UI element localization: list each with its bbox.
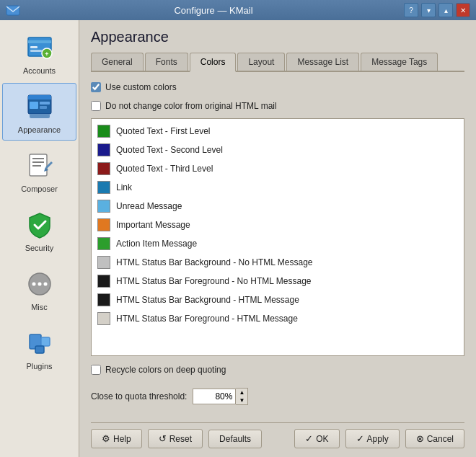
color-item-6[interactable]: Action Item Message bbox=[92, 234, 464, 253]
color-list: Quoted Text - First LevelQuoted Text - S… bbox=[91, 118, 464, 356]
color-item-label-10: HTML Status Bar Foreground - HTML Messag… bbox=[116, 314, 298, 324]
reset-label: Reset bbox=[169, 434, 192, 444]
sidebar-item-appearance[interactable]: Appearance bbox=[2, 83, 76, 141]
help-label: Help bbox=[113, 434, 131, 444]
recycle-colors-row: Recycle colors on deep quoting bbox=[91, 363, 464, 376]
color-item-2[interactable]: Quoted Text - Third Level bbox=[92, 159, 464, 178]
maximize-btn[interactable]: ▴ bbox=[438, 3, 453, 17]
color-item-label-6: Action Item Message bbox=[116, 239, 197, 249]
color-item-1[interactable]: Quoted Text - Second Level bbox=[92, 141, 464, 159]
no-change-color-label[interactable]: Do not change color from original HTML m… bbox=[105, 101, 277, 111]
color-swatch-0 bbox=[97, 125, 110, 138]
quota-row: Close to quota threshold: ▲ ▼ bbox=[91, 388, 464, 405]
sidebar-item-plugins[interactable]: Plugins bbox=[2, 319, 76, 377]
help-btn[interactable]: ? bbox=[404, 3, 418, 17]
use-custom-colors-checkbox[interactable] bbox=[91, 82, 101, 92]
misc-label: Misc bbox=[31, 303, 48, 311]
color-swatch-1 bbox=[97, 143, 110, 156]
button-bar: ⚙ Help ↺ Reset Defaults ✓ OK ✓ Apply ⊗ C… bbox=[91, 422, 464, 448]
defaults-button[interactable]: Defaults bbox=[208, 430, 262, 448]
color-item-label-9: HTML Status Bar Background - HTML Messag… bbox=[116, 295, 299, 305]
tabs-bar: General Fonts Colors Layout Message List… bbox=[91, 53, 464, 72]
color-swatch-7 bbox=[97, 256, 110, 269]
color-swatch-9 bbox=[97, 293, 110, 306]
svg-rect-14 bbox=[30, 154, 47, 176]
window-title: Configure — KMail bbox=[23, 5, 404, 16]
tab-general[interactable]: General bbox=[91, 53, 144, 71]
color-item-3[interactable]: Link bbox=[92, 178, 464, 197]
titlebar: Configure — KMail ? ▾ ▴ ✕ bbox=[0, 0, 476, 20]
quota-up-btn[interactable]: ▲ bbox=[236, 389, 247, 396]
reset-icon: ↺ bbox=[159, 433, 167, 444]
appearance-label: Appearance bbox=[18, 125, 61, 134]
svg-point-21 bbox=[43, 283, 47, 286]
use-custom-colors-label[interactable]: Use custom colors bbox=[105, 82, 177, 92]
cancel-icon: ⊗ bbox=[416, 433, 424, 444]
color-item-label-1: Quoted Text - Second Level bbox=[116, 145, 223, 155]
color-swatch-2 bbox=[97, 162, 110, 175]
color-item-9[interactable]: HTML Status Bar Background - HTML Messag… bbox=[92, 290, 464, 309]
quota-spinner: ▲ ▼ bbox=[236, 388, 248, 405]
apply-icon: ✓ bbox=[356, 433, 364, 444]
color-item-4[interactable]: Unread Message bbox=[92, 197, 464, 216]
close-btn[interactable]: ✕ bbox=[456, 3, 470, 17]
settings-panel: Use custom colors Do not change color fr… bbox=[91, 81, 464, 422]
composer-icon bbox=[22, 148, 57, 183]
svg-text:+: + bbox=[45, 50, 48, 58]
security-label: Security bbox=[25, 244, 54, 252]
svg-point-20 bbox=[38, 283, 41, 286]
content-area: Appearance General Fonts Colors Layout M… bbox=[79, 20, 476, 457]
security-icon bbox=[22, 208, 57, 242]
tab-message-list[interactable]: Message List bbox=[286, 53, 359, 71]
main-layout: + Accounts Appearance bbox=[0, 20, 476, 457]
recycle-colors-checkbox[interactable] bbox=[91, 365, 101, 375]
color-item-7[interactable]: HTML Status Bar Background - No HTML Mes… bbox=[92, 253, 464, 272]
composer-label: Composer bbox=[21, 185, 58, 193]
ok-label: OK bbox=[316, 434, 328, 444]
svg-rect-24 bbox=[35, 346, 44, 353]
tab-fonts[interactable]: Fonts bbox=[145, 53, 188, 71]
tab-layout[interactable]: Layout bbox=[237, 53, 285, 71]
no-change-color-checkbox[interactable] bbox=[91, 101, 101, 111]
sidebar-item-accounts[interactable]: + Accounts bbox=[2, 24, 76, 81]
appearance-icon bbox=[22, 89, 57, 124]
color-swatch-8 bbox=[97, 275, 110, 288]
svg-rect-4 bbox=[30, 50, 42, 52]
defaults-label: Defaults bbox=[219, 434, 251, 444]
svg-rect-23 bbox=[41, 337, 50, 346]
help-icon: ⚙ bbox=[102, 433, 110, 444]
color-item-label-4: Unread Message bbox=[116, 201, 182, 211]
color-item-label-0: Quoted Text - First Level bbox=[116, 126, 211, 136]
sidebar: + Accounts Appearance bbox=[0, 20, 79, 457]
cancel-button[interactable]: ⊗ Cancel bbox=[405, 429, 464, 448]
tab-message-tags[interactable]: Message Tags bbox=[361, 53, 438, 71]
svg-rect-3 bbox=[30, 46, 38, 48]
ok-icon: ✓ bbox=[305, 433, 313, 444]
page-title: Appearance bbox=[91, 29, 464, 45]
quota-input[interactable] bbox=[193, 389, 236, 404]
color-item-8[interactable]: HTML Status Bar Foreground - No HTML Mes… bbox=[92, 272, 464, 290]
color-item-0[interactable]: Quoted Text - First Level bbox=[92, 122, 464, 141]
recycle-colors-label[interactable]: Recycle colors on deep quoting bbox=[105, 365, 226, 375]
sidebar-item-composer[interactable]: Composer bbox=[2, 142, 76, 200]
tab-colors[interactable]: Colors bbox=[190, 53, 237, 72]
color-swatch-5 bbox=[97, 218, 110, 231]
svg-rect-11 bbox=[40, 102, 50, 105]
color-item-10[interactable]: HTML Status Bar Foreground - HTML Messag… bbox=[92, 309, 464, 328]
apply-button[interactable]: ✓ Apply bbox=[345, 429, 400, 448]
color-swatch-4 bbox=[97, 200, 110, 213]
minimize-btn[interactable]: ▾ bbox=[421, 3, 436, 17]
color-item-5[interactable]: Important Message bbox=[92, 216, 464, 234]
reset-button[interactable]: ↺ Reset bbox=[148, 429, 203, 448]
quota-input-wrap: ▲ ▼ bbox=[193, 388, 248, 405]
window-controls: ? ▾ ▴ ✕ bbox=[404, 3, 470, 17]
accounts-label: Accounts bbox=[23, 66, 56, 75]
app-icon bbox=[6, 1, 23, 19]
color-item-label-2: Quoted Text - Third Level bbox=[116, 164, 213, 174]
quota-down-btn[interactable]: ▼ bbox=[236, 396, 247, 404]
sidebar-item-security[interactable]: Security bbox=[2, 201, 76, 259]
ok-button[interactable]: ✓ OK bbox=[294, 429, 339, 448]
help-button[interactable]: ⚙ Help bbox=[91, 429, 142, 448]
svg-rect-12 bbox=[40, 106, 47, 109]
sidebar-item-misc[interactable]: Misc bbox=[2, 260, 76, 318]
